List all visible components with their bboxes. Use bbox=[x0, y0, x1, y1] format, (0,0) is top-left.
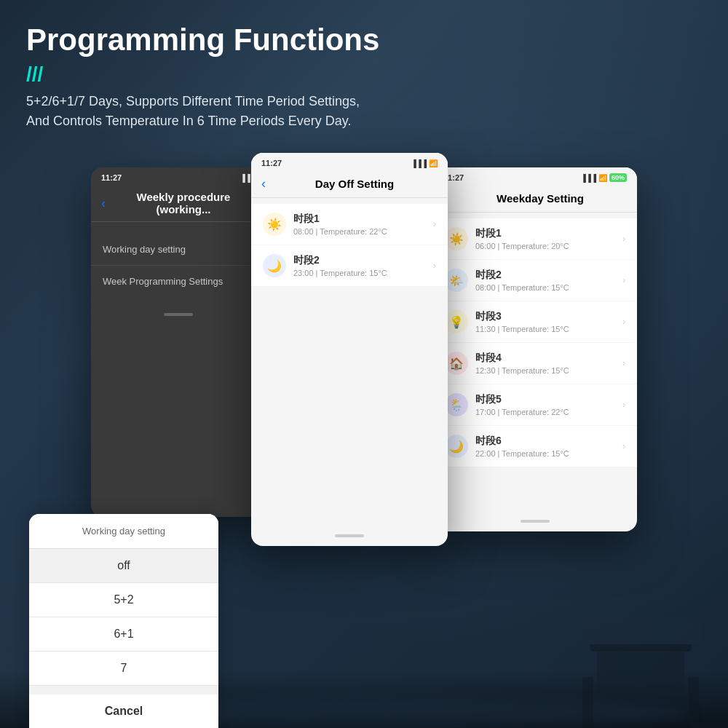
modal-divider bbox=[29, 686, 218, 690]
back-button-phone1[interactable]: ‹ bbox=[101, 196, 106, 211]
home-bar-3 bbox=[521, 520, 550, 523]
weekday-item-2[interactable]: 🌤️ 时段2 08:00 | Temperature: 15°C › bbox=[433, 260, 637, 301]
nav-title-phone3: Weekday Setting bbox=[454, 192, 627, 205]
weekday-item-1[interactable]: ☀️ 时段1 06:00 | Temperature: 20°C › bbox=[433, 218, 637, 259]
weekday-info-1: 时段1 06:00 | Temperature: 20°C bbox=[475, 227, 569, 250]
status-icons-phone3: ▐▐▐ 📶 60% bbox=[581, 173, 627, 182]
weekday-item-5[interactable]: 🌦️ 时段5 17:00 | Temperature: 22°C › bbox=[433, 384, 637, 425]
phone-day-off: 11:27 ▐▐▐ 📶 ‹ Day Off Setting ☀️ 时段1 08:… bbox=[251, 153, 448, 546]
schedule-list-dayoff: ☀️ 时段1 08:00 | Temperature: 22°C › 🌙 时段2… bbox=[251, 198, 448, 293]
weekday-detail-2: 08:00 | Temperature: 15°C bbox=[475, 283, 569, 292]
time-detail-2: 23:00 | Temperature: 15°C bbox=[293, 269, 387, 277]
weekday-info-3: 时段3 11:30 | Temperature: 15°C bbox=[475, 310, 569, 333]
weekday-label-4: 时段4 bbox=[475, 352, 569, 365]
weekday-icon-1: ☀️ bbox=[445, 227, 468, 250]
weekday-info-2: 时段2 08:00 | Temperature: 15°C bbox=[475, 269, 569, 292]
svg-rect-1 bbox=[597, 652, 684, 695]
modal-option-7[interactable]: 7 bbox=[29, 652, 218, 686]
subtitle-line2: And Controls Temperature In 6 Time Perio… bbox=[26, 114, 352, 128]
modal-sheet: Working day setting off 5+2 6+1 7 Cancel bbox=[29, 514, 218, 728]
weekday-info-6: 时段6 22:00 | Temperature: 15°C bbox=[475, 435, 569, 458]
home-bar bbox=[164, 313, 193, 316]
weekday-detail-1: 06:00 | Temperature: 20°C bbox=[475, 242, 569, 250]
nav-bar-phone1: ‹ Weekly procedure (working... bbox=[91, 185, 266, 222]
schedule-item-2[interactable]: 🌙 时段2 23:00 | Temperature: 15°C › bbox=[251, 245, 448, 286]
home-indicator-phone3 bbox=[433, 515, 637, 527]
home-indicator-phone2 bbox=[251, 530, 448, 542]
signal-icon-2: ▐▐▐ bbox=[411, 159, 427, 167]
phone-weekly: 11:27 ▐▐▐ ‹ Weekly procedure (working...… bbox=[91, 167, 266, 517]
menu-item-week-programming[interactable]: Week Programming Settings bbox=[91, 266, 266, 297]
signal-icon-3: ▐▐▐ bbox=[581, 174, 596, 182]
battery-badge: 60% bbox=[609, 173, 627, 182]
home-indicator-phone1 bbox=[91, 309, 266, 320]
weekday-icon-6: 🌙 bbox=[445, 435, 468, 458]
weekday-icon-4: 🏠 bbox=[445, 352, 468, 375]
chevron-icon-2: › bbox=[433, 261, 436, 271]
phone-weekday: 11:27 ▐▐▐ 📶 60% ‹ Weekday Setting ☀️ 时段1… bbox=[433, 167, 637, 531]
weekday-label-1: 时段1 bbox=[475, 227, 569, 240]
chair-svg bbox=[575, 582, 706, 728]
status-bar-phone2: 11:27 ▐▐▐ 📶 bbox=[251, 153, 448, 170]
weekday-icon-3: 💡 bbox=[445, 310, 468, 333]
phones-container: 11:27 ▐▐▐ ‹ Weekly procedure (working...… bbox=[0, 153, 728, 546]
weekday-info-4: 时段4 12:30 | Temperature: 15°C bbox=[475, 352, 569, 375]
weekday-label-3: 时段3 bbox=[475, 310, 569, 323]
schedule-icon-2: 🌙 bbox=[263, 254, 286, 277]
wifi-icon: 📶 bbox=[429, 159, 438, 167]
home-bar-2 bbox=[335, 534, 364, 537]
weekday-icon-5: 🌦️ bbox=[445, 393, 468, 416]
svg-rect-4 bbox=[579, 619, 703, 644]
weekday-item-4[interactable]: 🏠 时段4 12:30 | Temperature: 15°C › bbox=[433, 343, 637, 384]
weekday-item-6[interactable]: 🌙 时段6 22:00 | Temperature: 15°C › bbox=[433, 426, 637, 467]
weekday-label-2: 时段2 bbox=[475, 269, 569, 282]
nav-bar-phone3: ‹ Weekday Setting bbox=[433, 185, 637, 213]
modal-option-5plus2[interactable]: 5+2 bbox=[29, 583, 218, 617]
nav-bar-phone2: ‹ Day Off Setting bbox=[251, 170, 448, 198]
weekday-chevron-3: › bbox=[622, 317, 625, 327]
time-label-1: 时段1 bbox=[293, 213, 387, 226]
wifi-icon-3: 📶 bbox=[598, 174, 607, 182]
modal-title: Working day setting bbox=[29, 514, 218, 549]
time-label-2: 时段2 bbox=[293, 254, 387, 267]
time-detail-1: 08:00 | Temperature: 22°C bbox=[293, 227, 387, 236]
svg-rect-3 bbox=[688, 677, 699, 728]
modal-cancel-button[interactable]: Cancel bbox=[29, 695, 218, 728]
accent-decoration: /// bbox=[26, 63, 702, 86]
menu-list-phone1: Working day setting Week Programming Set… bbox=[91, 222, 266, 309]
weekday-chevron-1: › bbox=[622, 234, 625, 244]
status-bar-phone3: 11:27 ▐▐▐ 📶 60% bbox=[433, 167, 637, 185]
nav-title-phone2: Day Off Setting bbox=[272, 178, 438, 190]
menu-item-working-day[interactable]: Working day setting bbox=[91, 234, 266, 266]
weekday-chevron-5: › bbox=[622, 400, 625, 410]
weekday-icon-2: 🌤️ bbox=[445, 269, 468, 292]
weekday-info-5: 时段5 17:00 | Temperature: 22°C bbox=[475, 393, 569, 416]
subtitle-line1: 5+2/6+1/7 Days, Supports Different Time … bbox=[26, 94, 360, 108]
page-title: Programming Functions bbox=[26, 23, 702, 57]
weekday-label-5: 时段5 bbox=[475, 393, 569, 406]
svg-rect-2 bbox=[582, 677, 593, 728]
chevron-icon-1: › bbox=[433, 219, 436, 229]
weekday-chevron-2: › bbox=[622, 275, 625, 285]
time-phone2: 11:27 bbox=[261, 159, 282, 167]
weekday-detail-4: 12:30 | Temperature: 15°C bbox=[475, 366, 569, 375]
schedule-info-2: 时段2 23:00 | Temperature: 15°C bbox=[293, 254, 387, 277]
nav-title-phone1: Weekly procedure (working... bbox=[111, 191, 256, 215]
weekday-item-3[interactable]: 💡 时段3 11:30 | Temperature: 15°C › bbox=[433, 301, 637, 342]
weekday-schedule-list: ☀️ 时段1 06:00 | Temperature: 20°C › 🌤️ 时段… bbox=[433, 213, 637, 473]
modal-option-6plus1[interactable]: 6+1 bbox=[29, 617, 218, 652]
header-section: Programming Functions /// 5+2/6+1/7 Days… bbox=[0, 0, 728, 146]
weekday-chevron-6: › bbox=[622, 441, 625, 451]
weekday-detail-5: 17:00 | Temperature: 22°C bbox=[475, 408, 569, 416]
weekday-chevron-4: › bbox=[622, 358, 625, 368]
status-bar-phone1: 11:27 ▐▐▐ bbox=[91, 167, 266, 185]
weekday-detail-6: 22:00 | Temperature: 15°C bbox=[475, 449, 569, 458]
schedule-icon-1: ☀️ bbox=[263, 213, 286, 236]
time-phone1: 11:27 bbox=[101, 173, 122, 182]
subtitle: 5+2/6+1/7 Days, Supports Different Time … bbox=[26, 92, 702, 131]
schedule-item-1[interactable]: ☀️ 时段1 08:00 | Temperature: 22°C › bbox=[251, 204, 448, 245]
back-button-phone2[interactable]: ‹ bbox=[261, 176, 266, 191]
modal-option-off[interactable]: off bbox=[29, 549, 218, 583]
weekday-detail-3: 11:30 | Temperature: 15°C bbox=[475, 325, 569, 333]
status-icons-phone2: ▐▐▐ 📶 bbox=[411, 159, 438, 167]
